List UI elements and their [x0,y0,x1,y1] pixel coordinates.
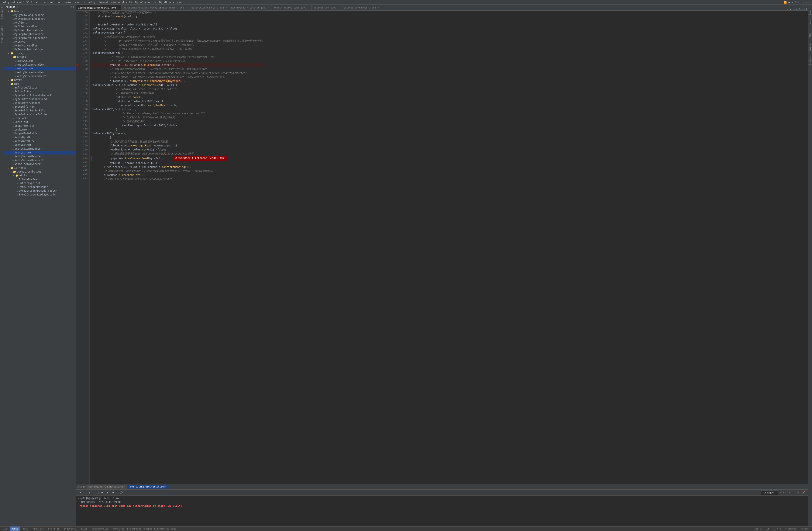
tree-item-MyServerHandler[interactable]: ☕MyServerHandler [4,44,76,47]
tree-item-NettyServerHandler2-nio[interactable]: ☕NettyServerHandler2 [4,158,76,162]
menu-main[interactable]: main [64,1,71,4]
notifications-tab[interactable]: Notifications [0,25,4,45]
tree-item-handler[interactable]: ▾ 📁 handler [4,9,76,13]
code-area[interactable]: 1661671681691701711721731741751761771781… [76,11,808,484]
status-lf[interactable]: LF [766,527,771,530]
tree-item-GuessTest[interactable]: ☕GuessTest [4,120,76,124]
tree-item-utils[interactable]: ▾📁utils [4,174,76,177]
tree-item-IntBufferTest[interactable]: ☕IntBufferTest [4,124,76,128]
status-branch[interactable]: master [799,527,810,530]
tab-default-max[interactable]: DefaultMaxMessagesRecvByteBufAllocator.j… [121,5,189,10]
status-indent[interactable]: 4 spaces [784,527,798,530]
menu-src[interactable]: src [57,1,62,4]
tree-item-length[interactable]: ▾📁length [4,55,76,59]
tree-item-MyServerInitializer[interactable]: ☕MyServerInitializer [4,47,76,51]
right-tab-bytest[interactable]: ByteS... [808,39,812,52]
tree-item-Byte2IntegerDecoder[interactable]: ☕Byte2IntegerDecoder [4,185,76,189]
right-tab-mybatis[interactable]: Myb... [808,27,812,38]
debug-session-client[interactable]: com.tuling.nio.NettyClient [128,485,169,489]
menu-java[interactable]: java [73,1,79,4]
vcs-icon[interactable]: 🔀 [784,1,787,4]
debug-pause[interactable]: ⏸ [105,491,110,494]
tree-item-Byte2IntegerDecoderTester[interactable]: ☕Byte2IntegerDecoderTester [4,189,76,193]
tree-item-ByteBufferCompact[interactable]: ☕ByteBufferCompact [4,101,76,105]
debug-session-server[interactable]: com.tuling.nio.NettyServer [86,485,127,489]
tree-item-NettyClientHandler-tuling[interactable]: ☕NettyClientHandler [4,63,76,67]
tree-item-MyClientInitializer[interactable]: ☕MyClientInitializer [4,28,76,32]
status-endpoints[interactable]: Endpoints [62,527,77,530]
tree-item-NettyServerHandler-tuling[interactable]: ☕NettyServerHandler [4,71,76,74]
tree-item-LeakDemo[interactable]: ☕LeakDemo [4,128,76,132]
tree-item-ByteBufferPut[interactable]: ☕ByteBufferPut [4,105,76,109]
tree-item-MyLongToStringDecoder[interactable]: ☕MyLongToStringDecoder [4,36,76,40]
right-tab-commit[interactable]: Commit [808,5,812,17]
status-encoding[interactable]: UTF-8 [772,527,782,530]
tab-netty-client-handler[interactable]: NettyClientHandler.java ✕ [189,5,229,10]
tree-item-NettyServer-tuling[interactable]: ☕NettyServer [4,67,76,71]
sidebar-settings-icon[interactable]: ⚙ [73,5,74,8]
tree-item-MyLongToByteEncoder[interactable]: ☕MyLongToByteEncoder [4,32,76,36]
tab-length-netty-client[interactable]: length(NettyClient.java ✕ [272,5,311,10]
menu-transport[interactable]: transport [41,1,55,4]
menu-nio-byte-unsafe[interactable]: NioByteUnsafe [155,1,175,4]
tree-item-MappedByteBuffer[interactable]: ☕MappedByteBuffer [4,132,76,135]
tree-item-NettyByteBuf2[interactable]: ☕NettyByteBuf2 [4,139,76,143]
debug-run-to-cursor[interactable]: ⇒ [92,491,97,494]
close-icon[interactable]: ✕ [308,6,309,9]
tree-item-MyClient[interactable]: ☕MyClient [4,21,76,25]
debug-stop[interactable]: ■ [111,491,115,494]
menu-abstract-nio[interactable]: AbstractNioByteChannel [118,1,152,4]
tree-item-BufferSlice[interactable]: ☕BufferSlice [4,90,76,93]
status-debug[interactable]: Debug [10,527,20,531]
tab-overflow[interactable]: ▸ [787,8,788,10]
tree-item-NioSelectorServer[interactable]: ☕NioSelectorServer [4,162,76,166]
status-git[interactable]: Git [2,527,9,530]
tree-item-MyByteToLongDecoder2[interactable]: ☕MyByteToLongDecoder2 [4,17,76,21]
tree-item-NettyClient-nio[interactable]: ☕NettyClient [4,143,76,147]
close-icon[interactable]: ✕ [186,6,187,9]
tree-item-BufferDuplicate[interactable]: ☕BufferDuplicate [4,86,76,90]
tree-item-FileLock[interactable]: ☕FileLock [4,116,76,120]
tree-item-MyByteToLongDecoder[interactable]: ☕MyByteToLongDecoder [4,13,76,17]
debug-step-out[interactable]: ↑ [88,491,91,494]
menu-read[interactable]: read [177,1,183,4]
tree-item-io-netty[interactable]: ▾📁io.netty [4,166,76,170]
breakpoint-dot[interactable] [76,64,78,66]
close-icon[interactable]: ✕ [268,6,270,9]
debug-step-into[interactable]: ↓ [83,491,87,494]
right-tab-restservices[interactable]: RestS... [808,53,812,67]
status-profiler[interactable]: Profiler [47,527,60,530]
right-tab-maven[interactable]: Maven [808,17,812,27]
tree-item-actual-combat[interactable]: ▾📁actual.combat.e1 [4,170,76,174]
debug-pin-icon[interactable]: 📌 [801,491,807,494]
tab-abstract-nio[interactable]: AbstractNioByteChannel.java ✕ [76,5,121,10]
tree-item-ByteBufferAllocateDirect[interactable]: ☕ByteBufferAllocateDirect [4,93,76,97]
tree-item-ByteBufferReaderFile[interactable]: ☕ByteBufferReaderFile [4,109,76,113]
status-build[interactable]: Build [79,527,89,530]
menu-channel[interactable]: channel [98,1,109,4]
menu-netty[interactable]: netty [87,1,95,4]
tree-item-tuling[interactable]: ▾📁tuling [4,51,76,55]
menu-io[interactable]: io [82,1,85,4]
tree-item-Byte2IntegerReplayDecoder[interactable]: ☕Byte2IntegerReplayDecoder [4,193,76,196]
status-terminal[interactable]: Terminal [112,527,126,530]
status-position[interactable]: 183:47 [753,527,764,530]
tree-item-MyClientHandler[interactable]: ☕MyClientHandler [4,25,76,28]
tree-item-BufferTypeTest[interactable]: ☕BufferTypeTest [4,181,76,185]
tree-item-MyServer[interactable]: ☕MyServer [4,40,76,44]
tree-item-nio[interactable]: ▾📁nio [4,82,76,86]
bottom-tab-debugger[interactable]: Debugger [761,490,778,495]
tree-item-NettyServerHandler2-tuling[interactable]: ☕NettyServerHandler2 [4,74,76,78]
structure-tab[interactable]: Structure [0,5,4,20]
status-dependencies[interactable]: Dependencies [90,527,110,530]
debug-settings-icon[interactable]: ⚙ [795,491,800,494]
close-icon[interactable]: ✕ [226,6,227,9]
menu-project[interactable]: netty-netty-4.1.38.Final [2,1,39,4]
bottom-tab-console[interactable]: Console [778,490,793,495]
tree-item-ByteBufferWriteToFile[interactable]: ☕ByteBufferWriteToFile [4,113,76,116]
tree-item-NettyClient-tuling[interactable]: ☕NettyClient [4,59,76,63]
status-todo[interactable]: TODO [21,527,30,530]
tree-item-NettyServerHandler-nio[interactable]: ☕NettyServerHandler [4,154,76,158]
tree-item-AllocatorTest[interactable]: ☕AllocatorTest [4,177,76,181]
close-icon[interactable]: ✕ [338,6,339,9]
